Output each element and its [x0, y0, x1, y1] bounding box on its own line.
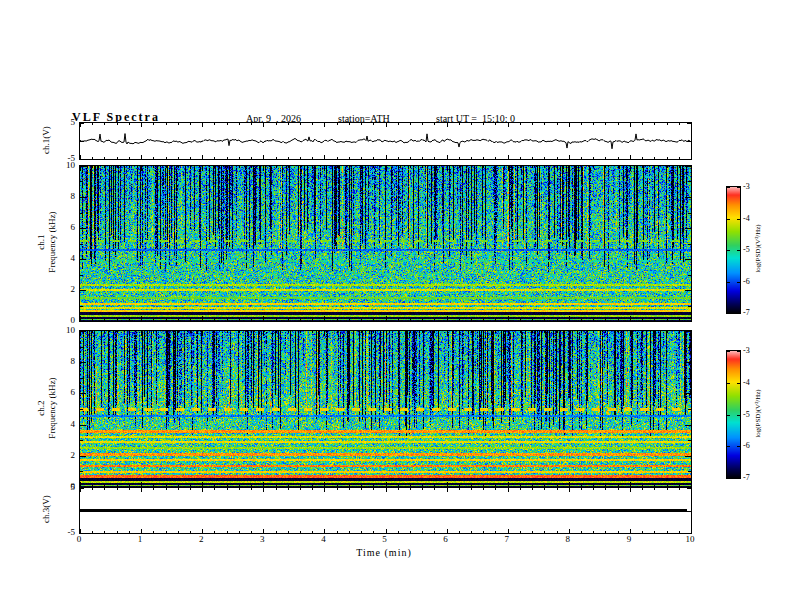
panel-ch1-spectrogram	[79, 165, 692, 322]
colorbar-tick-label: -6	[743, 276, 750, 285]
xaxis-tick-label: 9	[627, 534, 632, 544]
yaxis-tick-label: 10	[66, 160, 75, 170]
xaxis-tick-label: 3	[260, 534, 265, 544]
xaxis-tick-label: 0	[77, 534, 82, 544]
xaxis-tick-label: 10	[686, 534, 695, 544]
colorbar-tick-label: -4	[743, 213, 750, 222]
ylabel-ch3-voltage: ch.3(V)	[41, 469, 53, 549]
xaxis-tick-label: 5	[382, 534, 387, 544]
vlf-spectra-plot: VLF Spectra Apr. 9 , 2026 station=ATH st…	[0, 0, 792, 612]
colorbar-tick-label: -5	[743, 409, 750, 418]
colorbar-tick-label: -7	[743, 473, 750, 482]
colorbar-ch1	[726, 186, 741, 314]
colorbar-tick-label: -7	[743, 308, 750, 317]
xaxis-tick-label: 4	[321, 534, 326, 544]
panel-ch1-waveform	[79, 122, 692, 160]
yaxis-tick-label: 5	[71, 482, 76, 492]
ch2-spectrogram-canvas	[80, 331, 691, 487]
yaxis-tick-label: 4	[71, 253, 76, 263]
yaxis-tick-label: 2	[71, 450, 76, 460]
xaxis-tick-label: 6	[443, 534, 448, 544]
colorbar-ch1-canvas	[727, 187, 740, 313]
ch3-waveform-canvas	[80, 488, 691, 533]
ch1-waveform-canvas	[80, 123, 691, 159]
colorbar-tick-label: -6	[743, 441, 750, 450]
xaxis-tick-label: 8	[566, 534, 571, 544]
xaxis-title: Time (min)	[324, 547, 444, 558]
ylabel-ch1-frequency: ch.1 Frequency (kHz)	[36, 187, 58, 297]
colorbar-ch1-title: log(PSD)(V²/Hz)	[754, 205, 763, 293]
yaxis-tick-label: 8	[71, 191, 76, 201]
colorbar-tick-label: -3	[743, 346, 750, 355]
xaxis-tick-label: 7	[504, 534, 509, 544]
colorbar-ch2-canvas	[727, 351, 740, 478]
xaxis-tick-label: 1	[138, 534, 143, 544]
colorbar-ch2	[726, 350, 741, 479]
ch1-spectrogram-canvas	[80, 166, 691, 321]
colorbar-tick-label: -3	[743, 182, 750, 191]
ylabel-ch1-voltage: ch.1(V)	[41, 100, 53, 180]
yaxis-tick-label: 2	[71, 284, 76, 294]
panel-ch2-spectrogram	[79, 330, 692, 488]
yaxis-tick-label: 4	[71, 419, 76, 429]
colorbar-ch2-title: log(PSD)(V²/Hz)	[754, 370, 763, 458]
colorbar-tick-label: -5	[743, 245, 750, 254]
yaxis-tick-label: 6	[71, 387, 76, 397]
ylabel-ch2-frequency: ch.2 Frequency (kHz)	[36, 353, 58, 463]
yaxis-tick-label: -5	[68, 527, 76, 537]
yaxis-tick-label: 8	[71, 356, 76, 366]
yaxis-tick-label: 10	[66, 325, 75, 335]
panel-ch3-waveform	[79, 487, 692, 534]
yaxis-tick-label: 5	[71, 117, 76, 127]
xaxis-tick-label: 2	[199, 534, 204, 544]
colorbar-tick-label: -4	[743, 377, 750, 386]
yaxis-tick-label: 6	[71, 222, 76, 232]
yaxis-tick-label: 0	[71, 315, 76, 325]
